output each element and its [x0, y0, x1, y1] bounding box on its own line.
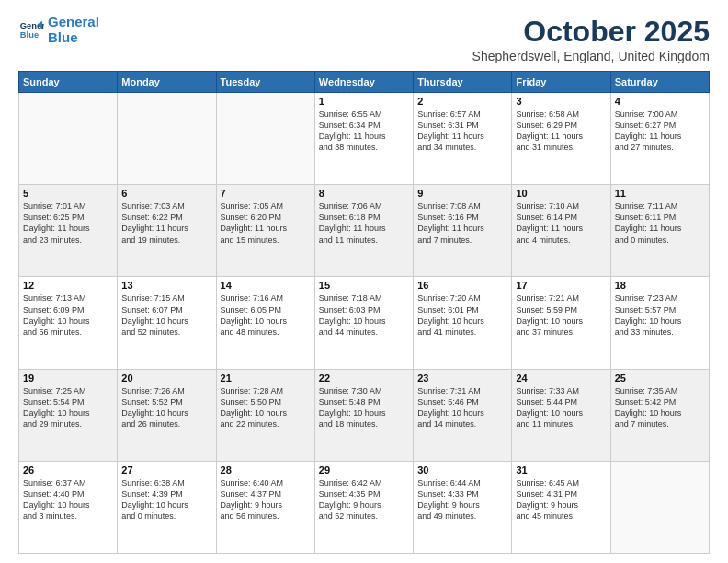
day-info: Sunrise: 6:44 AM Sunset: 4:33 PM Dayligh…	[417, 477, 507, 523]
day-number: 4	[615, 96, 705, 107]
col-sunday: Sunday	[19, 72, 118, 93]
logo-text: GeneralBlue	[48, 15, 99, 45]
day-info: Sunrise: 7:03 AM Sunset: 6:22 PM Dayligh…	[121, 201, 211, 246]
calendar-cell: 26Sunrise: 6:37 AM Sunset: 4:40 PM Dayli…	[19, 461, 118, 553]
col-thursday: Thursday	[414, 72, 512, 93]
calendar-week-row-4: 19Sunrise: 7:25 AM Sunset: 5:54 PM Dayli…	[19, 369, 710, 461]
day-info: Sunrise: 6:57 AM Sunset: 6:31 PM Dayligh…	[417, 109, 507, 154]
day-number: 13	[121, 280, 211, 291]
day-number: 15	[319, 280, 409, 291]
day-number: 21	[221, 373, 311, 384]
calendar-cell: 17Sunrise: 7:21 AM Sunset: 5:59 PM Dayli…	[512, 277, 610, 369]
calendar-cell	[19, 93, 118, 185]
day-number: 9	[417, 188, 507, 199]
day-number: 19	[23, 373, 113, 384]
day-info: Sunrise: 7:26 AM Sunset: 5:52 PM Dayligh…	[121, 385, 211, 431]
calendar-cell: 6Sunrise: 7:03 AM Sunset: 6:22 PM Daylig…	[118, 185, 216, 277]
day-info: Sunrise: 6:58 AM Sunset: 6:29 PM Dayligh…	[516, 109, 606, 154]
calendar-cell: 29Sunrise: 6:42 AM Sunset: 4:35 PM Dayli…	[314, 461, 413, 553]
col-saturday: Saturday	[610, 72, 709, 93]
day-number: 10	[516, 188, 606, 199]
day-number: 30	[417, 465, 507, 476]
month-title: October 2025	[472, 15, 710, 49]
calendar-cell: 16Sunrise: 7:20 AM Sunset: 6:01 PM Dayli…	[414, 277, 512, 369]
day-number: 6	[121, 188, 211, 199]
col-monday: Monday	[118, 72, 216, 93]
day-number: 24	[516, 373, 606, 384]
calendar-cell: 23Sunrise: 7:31 AM Sunset: 5:46 PM Dayli…	[414, 369, 512, 461]
calendar-cell: 2Sunrise: 6:57 AM Sunset: 6:31 PM Daylig…	[414, 93, 512, 185]
day-info: Sunrise: 7:20 AM Sunset: 6:01 PM Dayligh…	[417, 293, 507, 338]
day-number: 17	[516, 280, 606, 291]
day-number: 20	[121, 373, 211, 384]
day-info: Sunrise: 7:00 AM Sunset: 6:27 PM Dayligh…	[615, 109, 705, 154]
day-info: Sunrise: 7:05 AM Sunset: 6:20 PM Dayligh…	[221, 201, 311, 246]
day-number: 25	[615, 373, 705, 384]
calendar-cell	[216, 93, 314, 185]
day-info: Sunrise: 7:18 AM Sunset: 6:03 PM Dayligh…	[319, 293, 409, 338]
day-info: Sunrise: 7:10 AM Sunset: 6:14 PM Dayligh…	[516, 201, 606, 246]
day-number: 28	[221, 465, 311, 476]
calendar-cell: 4Sunrise: 7:00 AM Sunset: 6:27 PM Daylig…	[610, 93, 709, 185]
day-number: 16	[417, 280, 507, 291]
day-number: 18	[615, 280, 705, 291]
day-info: Sunrise: 7:15 AM Sunset: 6:07 PM Dayligh…	[121, 293, 211, 338]
calendar-cell: 10Sunrise: 7:10 AM Sunset: 6:14 PM Dayli…	[512, 185, 610, 277]
day-info: Sunrise: 7:25 AM Sunset: 5:54 PM Dayligh…	[23, 385, 113, 431]
calendar-cell: 30Sunrise: 6:44 AM Sunset: 4:33 PM Dayli…	[414, 461, 512, 553]
day-number: 7	[221, 188, 311, 199]
day-info: Sunrise: 6:40 AM Sunset: 4:37 PM Dayligh…	[221, 477, 311, 523]
calendar-week-row-1: 1Sunrise: 6:55 AM Sunset: 6:34 PM Daylig…	[19, 93, 710, 185]
calendar-cell: 13Sunrise: 7:15 AM Sunset: 6:07 PM Dayli…	[118, 277, 216, 369]
header: General Blue GeneralBlue October 2025 Sh…	[18, 15, 710, 63]
day-info: Sunrise: 6:37 AM Sunset: 4:40 PM Dayligh…	[23, 477, 113, 523]
calendar-cell: 22Sunrise: 7:30 AM Sunset: 5:48 PM Dayli…	[314, 369, 413, 461]
calendar-cell: 18Sunrise: 7:23 AM Sunset: 5:57 PM Dayli…	[610, 277, 709, 369]
calendar-cell: 24Sunrise: 7:33 AM Sunset: 5:44 PM Dayli…	[512, 369, 610, 461]
calendar-cell: 28Sunrise: 6:40 AM Sunset: 4:37 PM Dayli…	[216, 461, 314, 553]
calendar-table: Sunday Monday Tuesday Wednesday Thursday…	[18, 71, 710, 554]
day-number: 3	[516, 96, 606, 107]
calendar-cell: 7Sunrise: 7:05 AM Sunset: 6:20 PM Daylig…	[216, 185, 314, 277]
calendar-cell: 27Sunrise: 6:38 AM Sunset: 4:39 PM Dayli…	[118, 461, 216, 553]
calendar-cell: 21Sunrise: 7:28 AM Sunset: 5:50 PM Dayli…	[216, 369, 314, 461]
calendar-cell: 19Sunrise: 7:25 AM Sunset: 5:54 PM Dayli…	[19, 369, 118, 461]
calendar-week-row-5: 26Sunrise: 6:37 AM Sunset: 4:40 PM Dayli…	[19, 461, 710, 553]
day-info: Sunrise: 7:30 AM Sunset: 5:48 PM Dayligh…	[319, 385, 409, 431]
day-number: 12	[23, 280, 113, 291]
day-number: 26	[23, 465, 113, 476]
title-block: October 2025 Shepherdswell, England, Uni…	[472, 15, 710, 63]
day-info: Sunrise: 7:23 AM Sunset: 5:57 PM Dayligh…	[615, 293, 705, 338]
day-info: Sunrise: 7:16 AM Sunset: 6:05 PM Dayligh…	[221, 293, 311, 338]
day-info: Sunrise: 7:06 AM Sunset: 6:18 PM Dayligh…	[319, 201, 409, 246]
page: General Blue GeneralBlue October 2025 Sh…	[0, 0, 728, 563]
day-number: 23	[417, 373, 507, 384]
day-info: Sunrise: 7:11 AM Sunset: 6:11 PM Dayligh…	[615, 201, 705, 246]
calendar-cell: 5Sunrise: 7:01 AM Sunset: 6:25 PM Daylig…	[19, 185, 118, 277]
day-info: Sunrise: 6:45 AM Sunset: 4:31 PM Dayligh…	[516, 477, 606, 523]
day-number: 2	[417, 96, 507, 107]
calendar-cell: 11Sunrise: 7:11 AM Sunset: 6:11 PM Dayli…	[610, 185, 709, 277]
day-info: Sunrise: 6:55 AM Sunset: 6:34 PM Dayligh…	[319, 109, 409, 154]
day-info: Sunrise: 6:38 AM Sunset: 4:39 PM Dayligh…	[121, 477, 211, 523]
day-info: Sunrise: 6:42 AM Sunset: 4:35 PM Dayligh…	[319, 477, 409, 523]
col-friday: Friday	[512, 72, 610, 93]
day-info: Sunrise: 7:21 AM Sunset: 5:59 PM Dayligh…	[516, 293, 606, 338]
day-info: Sunrise: 7:35 AM Sunset: 5:42 PM Dayligh…	[615, 385, 705, 431]
calendar-cell: 31Sunrise: 6:45 AM Sunset: 4:31 PM Dayli…	[512, 461, 610, 553]
calendar-cell: 15Sunrise: 7:18 AM Sunset: 6:03 PM Dayli…	[314, 277, 413, 369]
calendar-week-row-2: 5Sunrise: 7:01 AM Sunset: 6:25 PM Daylig…	[19, 185, 710, 277]
day-number: 5	[23, 188, 113, 199]
calendar-cell	[118, 93, 216, 185]
day-number: 31	[516, 465, 606, 476]
calendar-week-row-3: 12Sunrise: 7:13 AM Sunset: 6:09 PM Dayli…	[19, 277, 710, 369]
logo-icon: General Blue	[18, 17, 44, 43]
day-info: Sunrise: 7:28 AM Sunset: 5:50 PM Dayligh…	[221, 385, 311, 431]
calendar-cell	[610, 461, 709, 553]
day-info: Sunrise: 7:08 AM Sunset: 6:16 PM Dayligh…	[417, 201, 507, 246]
day-info: Sunrise: 7:01 AM Sunset: 6:25 PM Dayligh…	[23, 201, 113, 246]
day-number: 1	[319, 96, 409, 107]
calendar-header-row: Sunday Monday Tuesday Wednesday Thursday…	[19, 72, 710, 93]
day-info: Sunrise: 7:31 AM Sunset: 5:46 PM Dayligh…	[417, 385, 507, 431]
day-info: Sunrise: 7:13 AM Sunset: 6:09 PM Dayligh…	[23, 293, 113, 338]
